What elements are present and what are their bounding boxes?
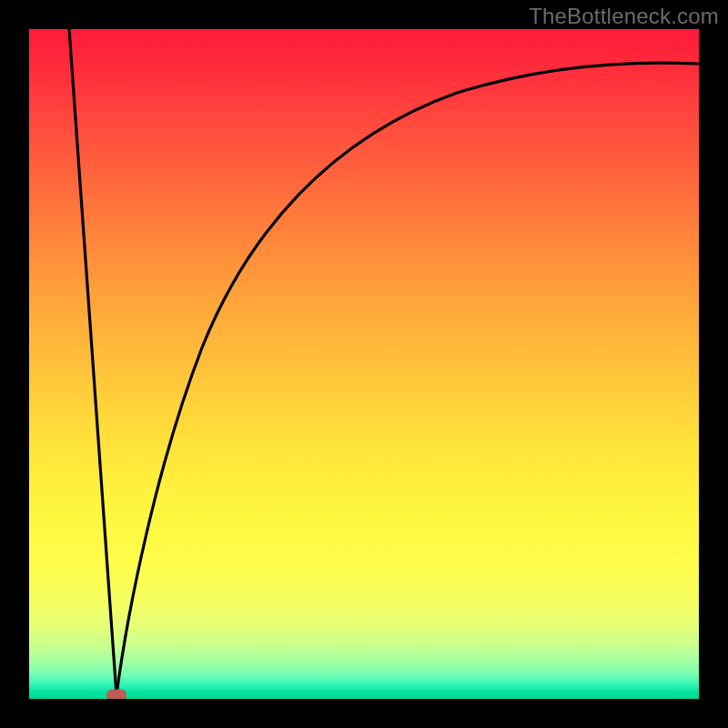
watermark-text: TheBottleneck.com (529, 4, 719, 29)
curve-left-branch (69, 29, 116, 695)
plot-area (29, 29, 699, 699)
curve-layer (29, 29, 699, 699)
minimum-marker (106, 690, 126, 700)
chart-frame: TheBottleneck.com (0, 0, 728, 728)
curve-right-branch (116, 63, 699, 695)
